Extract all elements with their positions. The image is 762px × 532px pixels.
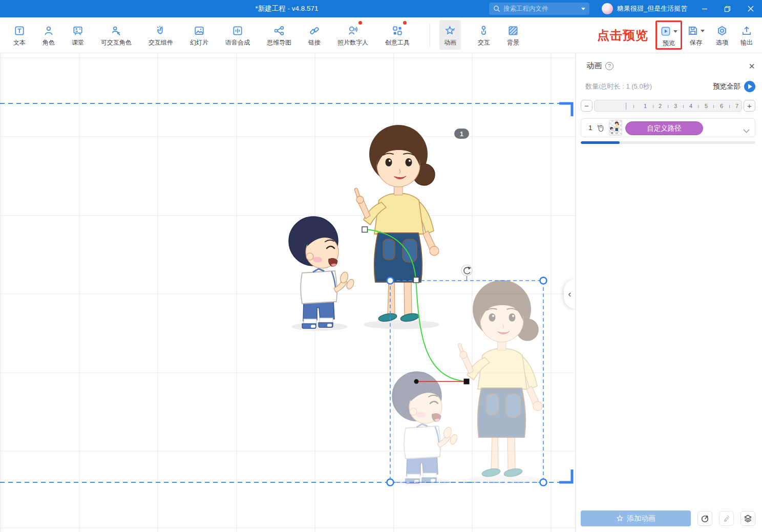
- timeline-zoom-out-button[interactable]: −: [581, 100, 592, 112]
- ruler-number: 6: [718, 103, 725, 109]
- tap-hand-icon: [155, 23, 166, 36]
- selection-handle-bottom-right[interactable]: [540, 479, 547, 486]
- toolbar-item-character[interactable]: 角色: [43, 23, 55, 47]
- interactive-character-icon: [111, 23, 122, 36]
- save-dropdown-caret[interactable]: [701, 30, 705, 32]
- selection-handle-top-left[interactable]: [387, 278, 394, 284]
- background-icon: [507, 23, 519, 36]
- toolbar-item-creative-tools[interactable]: 创意工具: [385, 23, 410, 47]
- toolbar-item-interactive-component[interactable]: 交互组件: [149, 23, 173, 47]
- path-end-handle[interactable]: [464, 379, 470, 385]
- window-title: *新建工程 - v4.8.571: [255, 0, 318, 17]
- animation-star-icon: [444, 23, 456, 36]
- layers-button[interactable]: [740, 511, 755, 526]
- pointer-hand-icon: [478, 23, 490, 36]
- toolbar-item-classroom[interactable]: 课堂: [72, 23, 84, 47]
- timeline-ruler[interactable]: 1 2 3 4 5 6 7: [594, 100, 742, 112]
- audio-bars-icon: [232, 23, 243, 36]
- help-icon[interactable]: ?: [605, 62, 613, 70]
- username: 糖果很甜_但是生活挺苦: [617, 4, 687, 13]
- maximize-icon: [724, 6, 731, 12]
- toolbar-item-options[interactable]: 选项: [716, 23, 728, 47]
- add-animation-button[interactable]: 添加动画: [581, 510, 691, 526]
- toolbar-item-interactive-character[interactable]: 可交互角色: [101, 23, 132, 47]
- avatar: [602, 3, 613, 14]
- timing-button[interactable]: [697, 511, 712, 526]
- account-area[interactable]: 糖果很甜_但是生活挺苦: [602, 0, 687, 17]
- brush-icon: [722, 514, 731, 523]
- app-window: *新建工程 - v4.8.571 搜索工程内文件 糖果很甜_但是生活挺苦: [0, 0, 762, 532]
- editor-canvas[interactable]: 1 ‹: [0, 53, 575, 532]
- panel-title: 动画: [586, 61, 602, 71]
- toolbar-item-photo-digital-human[interactable]: 照片数字人: [337, 23, 368, 47]
- slide-image-icon: [194, 23, 205, 36]
- click-trigger-icon: [597, 124, 605, 132]
- preview-play-icon: [660, 24, 671, 37]
- search-dropdown-caret[interactable]: [581, 8, 585, 10]
- custom-path-button[interactable]: 自定义路径: [625, 121, 703, 135]
- animation-count-duration: 数量/总时长 : 1 (5.0秒): [585, 82, 652, 91]
- toolbar-item-save[interactable]: 保存: [687, 23, 705, 47]
- animation-order-badge: 1: [454, 129, 469, 139]
- ruler-number: 1: [642, 103, 648, 109]
- close-icon: [748, 6, 754, 12]
- speed-gauge-icon: [701, 514, 709, 523]
- collapse-chevron-icon: ‹: [568, 288, 571, 300]
- toolbar-item-background[interactable]: 背景: [507, 23, 519, 47]
- classroom-board-icon: [72, 23, 83, 36]
- preview-dropdown-caret[interactable]: [673, 30, 678, 33]
- project-search-input[interactable]: 搜索工程内文件: [489, 3, 589, 15]
- toolbar-item-export[interactable]: 输出: [740, 23, 753, 47]
- link-icon: [309, 23, 320, 36]
- ruler-number: 5: [703, 103, 709, 109]
- play-icon: [744, 81, 755, 92]
- toolbar-item-link[interactable]: 链接: [308, 23, 321, 47]
- options-hexagon-icon: [716, 23, 728, 36]
- creative-tools-icon: [392, 23, 403, 36]
- layers-icon: [744, 514, 752, 523]
- toolbar-item-text[interactable]: 文本: [13, 23, 26, 47]
- chevron-down-icon[interactable]: [743, 126, 750, 135]
- rotate-handle[interactable]: [461, 265, 472, 276]
- star-icon: [616, 515, 624, 522]
- minimize-button[interactable]: [693, 0, 716, 17]
- save-icon: [687, 23, 698, 36]
- toolbar-separator: [430, 24, 430, 47]
- animation-list-item[interactable]: 1 自定义路径: [581, 118, 755, 137]
- close-button[interactable]: [739, 0, 762, 17]
- digital-human-icon: [347, 23, 358, 36]
- toolbar-item-slideshow[interactable]: 幻灯片: [190, 23, 208, 47]
- selection-handle-top-right[interactable]: [540, 278, 547, 284]
- toolbar-item-animation[interactable]: 动画: [439, 20, 461, 50]
- search-placeholder: 搜索工程内文件: [503, 5, 578, 13]
- notification-dot: [403, 21, 407, 25]
- progress-fill: [581, 141, 620, 144]
- text-icon: [14, 23, 25, 36]
- preview-highlight-box: 预览: [655, 20, 682, 50]
- ruler-number: 2: [657, 103, 663, 109]
- selection-handle-bottom-left[interactable]: [387, 479, 394, 486]
- svg-text:1: 1: [460, 131, 463, 138]
- toolbar-item-preview[interactable]: 预览: [660, 24, 678, 48]
- title-bar: *新建工程 - v4.8.571 搜索工程内文件 糖果很甜_但是生活挺苦: [0, 0, 762, 17]
- toolbar-item-speech-synthesis[interactable]: 语音合成: [225, 23, 250, 47]
- animation-progress-bar: [581, 141, 755, 144]
- path-control-dot[interactable]: [414, 379, 419, 384]
- toolbar-item-mindmap[interactable]: 思维导图: [267, 23, 291, 47]
- preview-all-button[interactable]: 预览全部: [713, 81, 755, 92]
- maximize-button[interactable]: [716, 0, 739, 17]
- panel-close-icon[interactable]: ×: [749, 62, 755, 70]
- mindmap-icon: [273, 23, 285, 36]
- timeline-zoom-in-button[interactable]: +: [744, 100, 755, 112]
- search-icon: [493, 5, 500, 12]
- path-mid-handle[interactable]: [414, 278, 419, 283]
- window-controls: [693, 0, 762, 17]
- path-start-handle[interactable]: [362, 227, 368, 232]
- animation-index: 1: [588, 124, 592, 132]
- click-preview-annotation: 点击预览: [597, 27, 648, 44]
- toolbar-item-interaction[interactable]: 交互: [478, 23, 490, 47]
- animation-target-thumbnail: [609, 120, 622, 136]
- character-icon: [43, 23, 54, 36]
- format-brush-button[interactable]: [719, 511, 734, 526]
- toolbar: 文本 角色 课堂 可交互角色 交互组件: [0, 17, 762, 53]
